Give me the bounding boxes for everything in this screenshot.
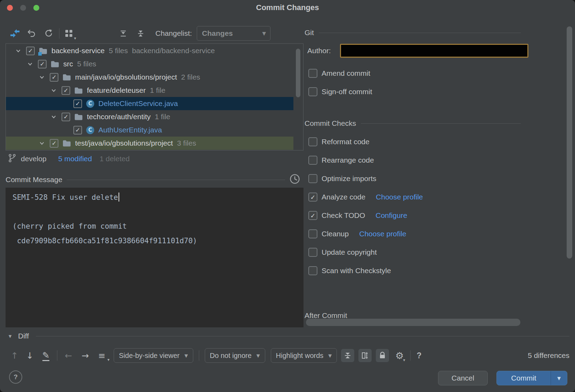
checkbox-label: Reformat code bbox=[322, 138, 370, 146]
checkbox[interactable] bbox=[62, 113, 70, 121]
tree-item-name: techcore/auth/entity bbox=[87, 113, 151, 121]
check-todo-option[interactable]: Check TODO Configure bbox=[308, 211, 407, 220]
refresh-icon[interactable] bbox=[42, 27, 54, 39]
checkbox[interactable] bbox=[308, 193, 317, 202]
dropdown-arrow-icon: ▼ bbox=[257, 353, 260, 358]
cancel-button[interactable]: Cancel bbox=[438, 371, 488, 385]
choose-profile-link[interactable]: Choose profile bbox=[376, 193, 423, 201]
next-difference-icon[interactable]: ↓ bbox=[24, 351, 36, 361]
analyze-code-option[interactable]: Analyze code Choose profile bbox=[308, 193, 423, 202]
tree-row[interactable]: C AuthUserEntity.java bbox=[6, 123, 293, 137]
commit-checks-label: Commit Checks bbox=[305, 119, 356, 128]
gear-caret-icon: ▾ bbox=[403, 358, 405, 362]
changed-files-list-icon[interactable]: ≡▾ bbox=[96, 351, 108, 361]
modified-count-link[interactable]: 5 modified bbox=[58, 155, 92, 163]
lock-toggle[interactable] bbox=[376, 349, 389, 362]
edit-source-icon[interactable]: ✎ bbox=[40, 350, 52, 361]
tree-row[interactable]: feature/deleteuser 1 file bbox=[6, 84, 293, 97]
chevron-down-icon[interactable] bbox=[50, 113, 57, 121]
folder-icon bbox=[51, 60, 59, 67]
viewer-type-dropdown[interactable]: Side-by-side viewer ▼ bbox=[114, 348, 193, 363]
optimize-imports-option[interactable]: Optimize imports bbox=[308, 174, 376, 183]
options-panel-scrollbar[interactable] bbox=[567, 26, 572, 259]
viewer-type-value: Side-by-side viewer bbox=[119, 352, 180, 360]
expand-all-icon[interactable] bbox=[117, 27, 129, 39]
commit-changes-dialog: Commit Changes ▾ Changelist: Changes ▼ bbox=[0, 0, 575, 392]
diff-help-icon[interactable]: ? bbox=[417, 351, 422, 360]
tree-row[interactable]: main/java/io/gbsolutions/project 2 files bbox=[6, 71, 293, 84]
git-section-header: Git bbox=[305, 28, 521, 38]
configure-link[interactable]: Configure bbox=[375, 211, 407, 220]
checkbox[interactable] bbox=[308, 137, 317, 146]
checkbox[interactable] bbox=[308, 211, 317, 220]
checkbox[interactable] bbox=[38, 60, 47, 68]
whitespace-policy-dropdown[interactable]: Do not ignore ▼ bbox=[205, 348, 265, 363]
collapse-all-icon[interactable] bbox=[135, 27, 146, 39]
chevron-down-icon[interactable] bbox=[14, 47, 22, 55]
checkbox-label: Rearrange code bbox=[322, 156, 374, 164]
tree-row[interactable]: backend-service 5 files backend/backend-… bbox=[6, 44, 293, 57]
update-copyright-option[interactable]: Update copyright bbox=[308, 248, 377, 257]
commit-options-arrow[interactable]: ▼ bbox=[551, 371, 567, 385]
checkbox[interactable] bbox=[308, 248, 317, 257]
signoff-commit-option[interactable]: Sign-off commit bbox=[308, 87, 372, 96]
synchronize-scrolling-toggle[interactable] bbox=[358, 349, 372, 362]
tree-row-selected[interactable]: C DeleteClientService.java bbox=[6, 97, 293, 110]
highlight-mode-dropdown[interactable]: Highlight words ▼ bbox=[271, 348, 337, 363]
checkbox[interactable] bbox=[62, 86, 70, 95]
commit-message-line: SEMI-528 Fix user delete bbox=[13, 193, 118, 202]
checkbox[interactable] bbox=[308, 174, 317, 183]
collapse-unchanged-toggle[interactable] bbox=[341, 349, 354, 362]
tree-row[interactable]: test/java/io/gbsolutions/project 3 files bbox=[6, 137, 293, 150]
branch-name: develop bbox=[21, 155, 47, 163]
rollback-icon[interactable] bbox=[26, 27, 38, 39]
diff-label: Diff bbox=[18, 332, 29, 340]
chevron-down-icon[interactable] bbox=[38, 73, 46, 81]
previous-file-icon[interactable]: ← bbox=[62, 351, 75, 361]
scan-checkstyle-option[interactable]: Scan with Checkstyle bbox=[308, 266, 391, 275]
commit-split-button[interactable]: Commit ▼ bbox=[496, 371, 567, 385]
horizontal-scrollbar[interactable] bbox=[306, 319, 520, 326]
choose-profile-link[interactable]: Choose profile bbox=[359, 230, 406, 238]
checkbox[interactable] bbox=[308, 156, 317, 165]
chevron-down-icon[interactable] bbox=[38, 139, 46, 147]
author-input[interactable] bbox=[340, 44, 528, 58]
next-file-icon[interactable]: → bbox=[79, 351, 91, 361]
commit-button[interactable]: Commit bbox=[497, 371, 551, 385]
checkbox[interactable] bbox=[26, 47, 35, 55]
tree-scrollbar[interactable] bbox=[296, 49, 300, 97]
toolbar-separator bbox=[410, 350, 411, 361]
chevron-spacer bbox=[62, 100, 69, 107]
tree-row[interactable]: techcore/auth/entity 1 file bbox=[6, 110, 293, 123]
checkbox[interactable] bbox=[308, 266, 317, 275]
checkbox[interactable] bbox=[73, 99, 82, 108]
checkbox[interactable] bbox=[308, 229, 317, 238]
checkbox[interactable] bbox=[50, 73, 58, 82]
dropdown-arrow-icon: ▼ bbox=[328, 353, 332, 358]
checkbox[interactable] bbox=[308, 69, 317, 78]
highlight-mode-value: Highlight words bbox=[276, 352, 324, 360]
diff-settings-gear-icon[interactable]: ⚙▾ bbox=[395, 350, 404, 361]
diff-section-header: ▾ Diff bbox=[6, 331, 569, 341]
chevron-down-icon[interactable] bbox=[50, 87, 57, 94]
dialog-help-button[interactable]: ? bbox=[9, 370, 22, 384]
branch-bar: develop 5 modified 1 deleted bbox=[6, 152, 303, 165]
cleanup-option[interactable]: Cleanup Choose profile bbox=[308, 229, 406, 238]
checkbox[interactable] bbox=[50, 139, 58, 148]
rearrange-code-option[interactable]: Rearrange code bbox=[308, 156, 374, 165]
tree-row[interactable]: src 5 files bbox=[6, 57, 293, 71]
group-by-icon[interactable]: ▾ bbox=[63, 27, 75, 39]
toolbar-separator bbox=[199, 350, 199, 361]
refresh-changes-icon[interactable] bbox=[9, 27, 21, 39]
previous-difference-icon[interactable]: ↑ bbox=[8, 351, 21, 361]
message-history-icon[interactable] bbox=[290, 174, 300, 186]
checkbox[interactable] bbox=[308, 87, 317, 96]
checkbox[interactable] bbox=[73, 126, 82, 134]
changelist-dropdown[interactable]: Changes ▼ bbox=[197, 26, 270, 41]
amend-commit-option[interactable]: Amend commit bbox=[308, 69, 370, 78]
chevron-down-icon[interactable] bbox=[26, 60, 34, 68]
reformat-code-option[interactable]: Reformat code bbox=[308, 137, 370, 146]
commit-message-editor[interactable]: SEMI-528 Fix user delete (cherry picked … bbox=[6, 188, 303, 327]
checkbox-label: Cleanup bbox=[322, 230, 349, 238]
collapse-diff-icon[interactable]: ▾ bbox=[6, 333, 15, 340]
